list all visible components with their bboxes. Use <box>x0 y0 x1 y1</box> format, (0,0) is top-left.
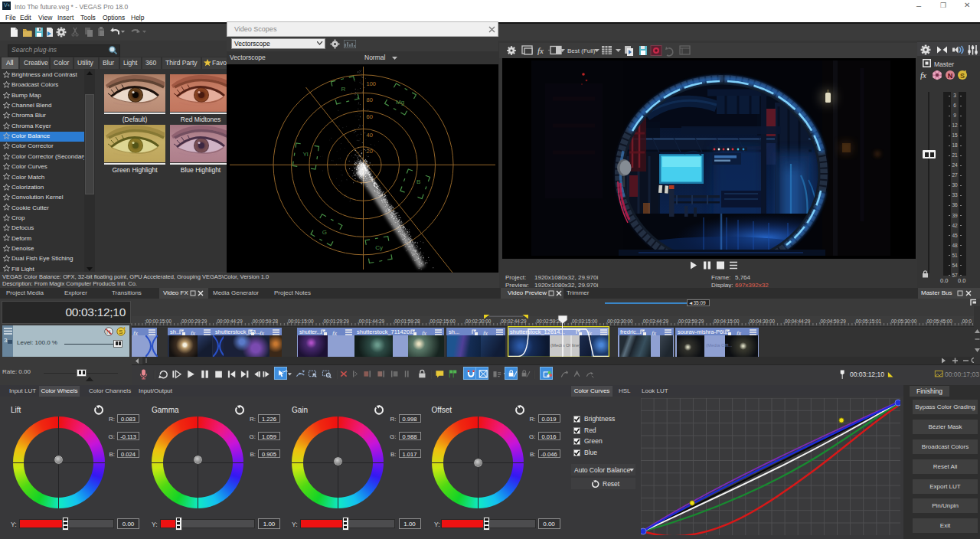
svg-text:G: G <box>322 229 327 236</box>
svg-text:fx: fx <box>920 70 926 80</box>
svg-text:40: 40 <box>367 132 373 139</box>
svg-text:100: 100 <box>367 80 377 87</box>
svg-text:N: N <box>948 72 953 80</box>
svg-text:fx: fx <box>537 46 544 55</box>
svg-text:Mg: Mg <box>396 99 404 106</box>
svg-text:Cy: Cy <box>375 244 383 251</box>
svg-text:80: 80 <box>367 96 373 103</box>
svg-text:Best (Full): Best (Full) <box>567 47 596 54</box>
svg-text:20: 20 <box>367 148 373 155</box>
svg-text:S: S <box>960 72 965 80</box>
svg-text:B: B <box>416 178 420 185</box>
svg-text:60: 60 <box>367 113 373 120</box>
svg-text:S: S <box>119 328 122 335</box>
svg-text:Yl: Yl <box>303 151 309 158</box>
svg-text:R: R <box>341 86 346 93</box>
